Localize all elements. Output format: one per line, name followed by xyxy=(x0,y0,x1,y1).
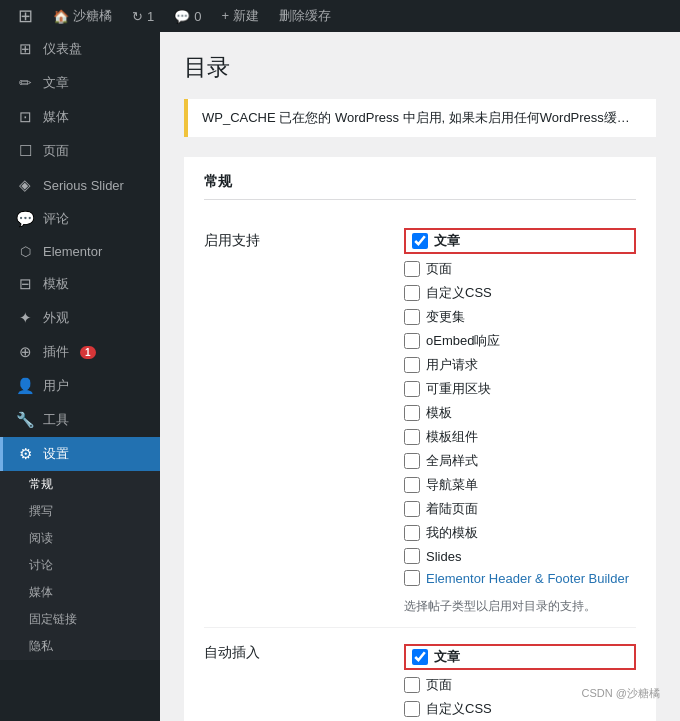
plugins-icon: ⊕ xyxy=(15,343,35,361)
es-landing-checkbox[interactable] xyxy=(404,501,420,517)
ai-custom-css-item: 自定义CSS xyxy=(404,700,636,718)
sidebar-label-pages: 页面 xyxy=(43,142,69,160)
notice-banner: WP_CACHE 已在您的 WordPress 中启用, 如果未启用任何Word… xyxy=(184,99,656,137)
es-page-item: 页面 xyxy=(404,260,636,278)
sidebar-item-templates[interactable]: ⊟ 模板 xyxy=(0,267,160,301)
submenu-writing[interactable]: 撰写 xyxy=(0,498,160,525)
sidebar-label-posts: 文章 xyxy=(43,74,69,92)
submenu-discussion[interactable]: 讨论 xyxy=(0,552,160,579)
sidebar-item-posts[interactable]: ✏ 文章 xyxy=(0,66,160,100)
es-elementor-hf-label: Elementor Header & Footer Builder xyxy=(426,571,629,586)
sidebar-item-plugins[interactable]: ⊕ 插件 1 xyxy=(0,335,160,369)
sidebar-item-dashboard[interactable]: ⊞ 仪表盘 xyxy=(0,32,160,66)
es-oembed-checkbox[interactable] xyxy=(404,333,420,349)
es-post-label: 文章 xyxy=(434,232,460,250)
es-landing-label: 着陆页面 xyxy=(426,500,478,518)
comments-count: 0 xyxy=(194,9,201,24)
media-icon: ⊡ xyxy=(15,108,35,126)
elementor-icon: ⬡ xyxy=(15,244,35,259)
es-slides-label: Slides xyxy=(426,549,461,564)
users-icon: 👤 xyxy=(15,377,35,395)
es-user-req-checkbox[interactable] xyxy=(404,357,420,373)
es-template-checkbox[interactable] xyxy=(404,405,420,421)
wp-logo-icon: ⊞ xyxy=(18,5,33,27)
es-my-template-item: 我的模板 xyxy=(404,524,636,542)
es-my-template-label: 我的模板 xyxy=(426,524,478,542)
sidebar: ⊞ 仪表盘 ✏ 文章 ⊡ 媒体 ☐ 页面 ◈ Serious Slider 💬 … xyxy=(0,32,160,721)
clear-cache-button[interactable]: 删除缓存 xyxy=(269,0,341,32)
submenu-reading[interactable]: 阅读 xyxy=(0,525,160,552)
content-area: 目录 WP_CACHE 已在您的 WordPress 中启用, 如果未启用任何W… xyxy=(160,32,680,721)
es-my-template-checkbox[interactable] xyxy=(404,525,420,541)
new-content-button[interactable]: + 新建 xyxy=(211,0,268,32)
es-changeset-checkbox[interactable] xyxy=(404,309,420,325)
updates-button[interactable]: ↻ 1 xyxy=(122,0,164,32)
submenu-reading-label: 阅读 xyxy=(29,530,53,547)
es-post-item: 文章 xyxy=(404,228,636,254)
es-global-styles-checkbox[interactable] xyxy=(404,453,420,469)
sidebar-item-pages[interactable]: ☐ 页面 xyxy=(0,134,160,168)
es-global-styles-label: 全局样式 xyxy=(426,452,478,470)
comments-button[interactable]: 💬 0 xyxy=(164,0,211,32)
ai-custom-css-checkbox[interactable] xyxy=(404,701,420,717)
es-template-part-checkbox[interactable] xyxy=(404,429,420,445)
watermark: CSDN @沙糖橘 xyxy=(582,686,660,701)
dashboard-icon: ⊞ xyxy=(15,40,35,58)
es-elementor-hf-checkbox[interactable] xyxy=(404,570,420,586)
es-page-checkbox[interactable] xyxy=(404,261,420,277)
es-user-req-item: 用户请求 xyxy=(404,356,636,374)
ai-post-checkbox[interactable] xyxy=(412,649,428,665)
es-reusable-checkbox[interactable] xyxy=(404,381,420,397)
auto-insert-checkbox-list: 文章 页面 自定义CSS xyxy=(404,644,636,721)
sidebar-item-tools[interactable]: 🔧 工具 xyxy=(0,403,160,437)
sidebar-label-dashboard: 仪表盘 xyxy=(43,40,82,58)
es-changeset-item: 变更集 xyxy=(404,308,636,326)
settings-icon: ⚙ xyxy=(15,445,35,463)
sidebar-item-serious-slider[interactable]: ◈ Serious Slider xyxy=(0,168,160,202)
es-nav-menu-checkbox[interactable] xyxy=(404,477,420,493)
es-elementor-hf-item: Elementor Header & Footer Builder xyxy=(404,570,636,586)
submenu-general[interactable]: 常规 xyxy=(0,471,160,498)
site-name-button[interactable]: 🏠 沙糖橘 xyxy=(43,0,122,32)
notice-text: WP_CACHE 已在您的 WordPress 中启用, 如果未启用任何Word… xyxy=(202,110,656,125)
sidebar-item-appearance[interactable]: ✦ 外观 xyxy=(0,301,160,335)
sidebar-item-media[interactable]: ⊡ 媒体 xyxy=(0,100,160,134)
form-table: 启用支持 文章 页面 xyxy=(204,216,636,721)
es-oembed-item: oEmbed响应 xyxy=(404,332,636,350)
sidebar-label-settings: 设置 xyxy=(43,445,69,463)
submenu-discussion-label: 讨论 xyxy=(29,557,53,574)
wp-logo-button[interactable]: ⊞ xyxy=(8,0,43,32)
enable-support-checkbox-list: 文章 页面 自定义CSS xyxy=(404,228,636,615)
comments-icon: 💬 xyxy=(174,9,190,24)
ai-post-label: 文章 xyxy=(434,648,460,666)
submenu-privacy-label: 隐私 xyxy=(29,638,53,655)
es-slides-item: Slides xyxy=(404,548,636,564)
submenu-permalinks[interactable]: 固定链接 xyxy=(0,606,160,633)
submenu-writing-label: 撰写 xyxy=(29,503,53,520)
ai-page-checkbox[interactable] xyxy=(404,677,420,693)
submenu-media[interactable]: 媒体 xyxy=(0,579,160,606)
sidebar-item-users[interactable]: 👤 用户 xyxy=(0,369,160,403)
es-nav-menu-item: 导航菜单 xyxy=(404,476,636,494)
pages-icon: ☐ xyxy=(15,142,35,160)
plugins-badge: 1 xyxy=(80,346,96,359)
submenu-general-label: 常规 xyxy=(29,476,53,493)
es-oembed-label: oEmbed响应 xyxy=(426,332,500,350)
es-landing-item: 着陆页面 xyxy=(404,500,636,518)
es-custom-css-checkbox[interactable] xyxy=(404,285,420,301)
es-template-item: 模板 xyxy=(404,404,636,422)
sidebar-label-appearance: 外观 xyxy=(43,309,69,327)
submenu-privacy[interactable]: 隐私 xyxy=(0,633,160,660)
page-title: 目录 xyxy=(184,52,656,83)
es-reusable-label: 可重用区块 xyxy=(426,380,491,398)
es-template-label: 模板 xyxy=(426,404,452,422)
es-post-checkbox[interactable] xyxy=(412,233,428,249)
sidebar-item-settings[interactable]: ⚙ 设置 xyxy=(0,437,160,471)
sidebar-item-elementor[interactable]: ⬡ Elementor xyxy=(0,236,160,267)
site-name-label: 沙糖橘 xyxy=(73,7,112,25)
sidebar-label-plugins: 插件 xyxy=(43,343,69,361)
posts-icon: ✏ xyxy=(15,74,35,92)
es-user-req-label: 用户请求 xyxy=(426,356,478,374)
sidebar-item-comments[interactable]: 💬 评论 xyxy=(0,202,160,236)
es-slides-checkbox[interactable] xyxy=(404,548,420,564)
